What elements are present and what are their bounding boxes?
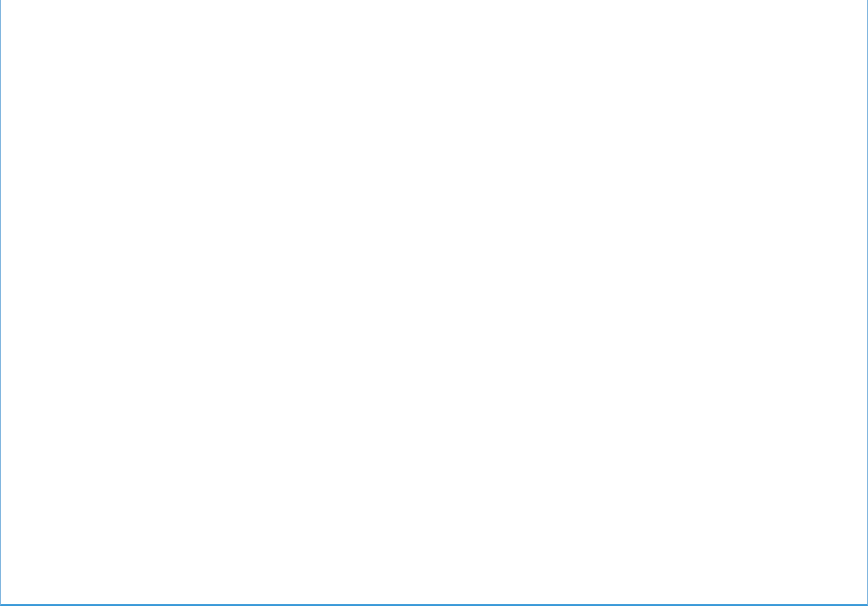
firefox-window: { "colors":{"accent_blue":"#3a99d8","tag… [0, 0, 868, 606]
